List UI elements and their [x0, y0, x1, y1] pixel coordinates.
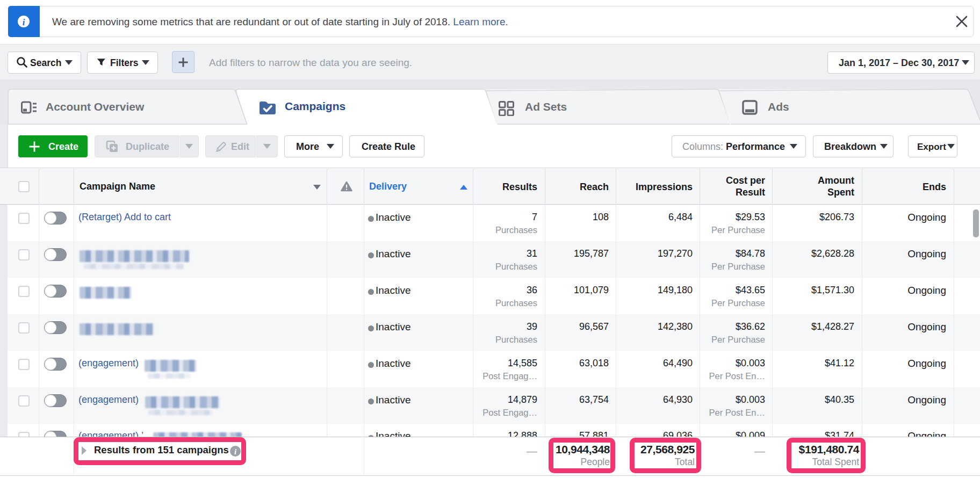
svg-text:i: i [23, 17, 25, 27]
